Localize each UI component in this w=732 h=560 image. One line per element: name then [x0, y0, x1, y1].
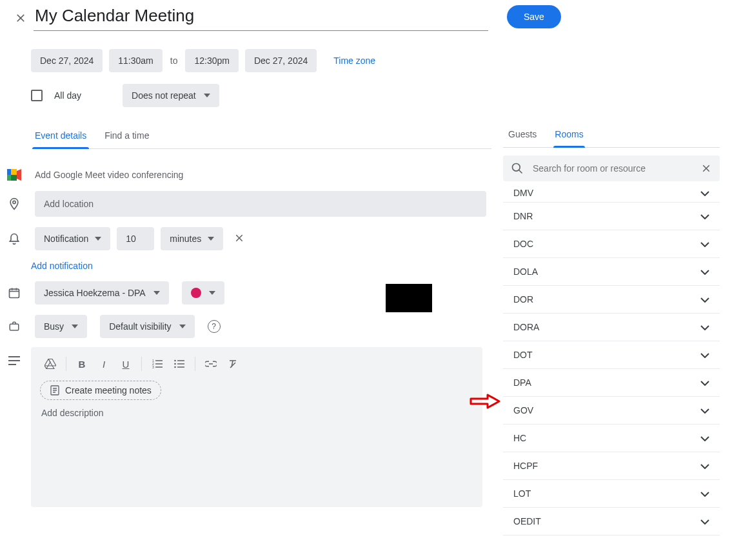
bold-button[interactable]: B [72, 354, 92, 374]
end-date-chip[interactable]: Dec 27, 2024 [245, 49, 317, 72]
search-icon [511, 162, 524, 175]
chevron-down-icon [700, 322, 709, 332]
create-meeting-notes-button[interactable]: Create meeting notes [40, 381, 161, 400]
notification-type-dropdown[interactable]: Notification [35, 227, 110, 250]
add-notification-button[interactable]: Add notification [31, 255, 491, 276]
event-color-dropdown[interactable] [182, 281, 224, 305]
room-group-label: DOR [513, 294, 533, 305]
chevron-down-icon [700, 516, 709, 526]
room-group-label: DOLA [513, 266, 538, 277]
bulleted-list-button[interactable] [169, 354, 190, 374]
chevron-down-icon [700, 294, 709, 305]
chevron-down-icon [700, 350, 709, 360]
event-title-input[interactable] [34, 5, 488, 26]
timezone-link[interactable]: Time zone [330, 55, 379, 66]
underline-button[interactable]: U [115, 354, 136, 374]
visibility-dropdown[interactable]: Default visibility [100, 315, 194, 338]
add-google-meet-button[interactable]: Add Google Meet video conferencing [35, 170, 183, 180]
notification-value-input[interactable]: 10 [117, 227, 154, 250]
tab-rooms[interactable]: Rooms [555, 129, 583, 147]
room-group-label: DPA [513, 377, 531, 388]
bullet-list-icon [174, 359, 184, 368]
chevron-down-icon [700, 188, 709, 198]
notification-type-label: Notification [44, 234, 88, 244]
notes-icon [50, 385, 60, 395]
room-group-label: DORA [513, 322, 539, 332]
to-label: to [169, 55, 179, 66]
room-group-item[interactable]: HC [503, 425, 720, 452]
toolbar-divider [66, 357, 66, 371]
chevron-down-icon [179, 325, 186, 328]
availability-dropdown[interactable]: Busy [35, 315, 87, 338]
chevron-down-icon [700, 488, 709, 499]
room-group-item[interactable]: DOC [503, 230, 720, 258]
svg-point-10 [174, 360, 176, 362]
room-group-item[interactable]: DORA [503, 314, 720, 341]
svg-rect-0 [7, 169, 11, 175]
chevron-down-icon [208, 237, 214, 241]
briefcase-icon [6, 321, 22, 332]
svg-rect-5 [10, 289, 19, 297]
svg-rect-6 [10, 324, 19, 330]
room-group-item[interactable]: DOT [503, 341, 720, 369]
calendar-icon [6, 286, 22, 299]
recurrence-dropdown[interactable]: Does not repeat [123, 84, 219, 107]
svg-rect-3 [11, 175, 17, 181]
clear-format-icon [228, 359, 238, 369]
room-group-label: HCPF [513, 461, 538, 471]
toolbar-divider [141, 357, 142, 371]
room-group-label: OEDIT [513, 516, 541, 526]
svg-point-11 [174, 363, 176, 365]
room-group-label: LOT [513, 488, 531, 499]
close-button[interactable] [8, 5, 34, 31]
tab-event-details[interactable]: Event details [35, 130, 86, 148]
room-group-label: HC [513, 433, 526, 443]
description-input[interactable]: Add description [31, 400, 482, 426]
chevron-down-icon [72, 325, 78, 328]
ordered-list-icon: 123 [152, 359, 163, 368]
room-group-label: DMV [513, 188, 533, 198]
tab-find-a-time[interactable]: Find a time [104, 130, 149, 148]
svg-rect-2 [11, 169, 17, 175]
close-icon [14, 12, 27, 25]
end-time-chip[interactable]: 12:30pm [185, 49, 238, 72]
room-group-item[interactable]: DNR [503, 203, 720, 230]
save-button[interactable]: Save [507, 5, 561, 28]
chevron-down-icon [700, 266, 709, 277]
drive-icon [45, 359, 56, 369]
room-group-item[interactable]: OEDIT [503, 508, 720, 535]
visibility-help-button[interactable]: ? [208, 320, 221, 333]
calendar-owner-dropdown[interactable]: Jessica Hoekzema - DPA [35, 281, 169, 305]
room-group-item[interactable]: DMV [503, 184, 720, 203]
room-group-item[interactable]: DOLA [503, 258, 720, 286]
numbered-list-button[interactable]: 123 [147, 354, 168, 374]
notification-icon [6, 232, 22, 246]
location-input[interactable]: Add location [35, 191, 486, 217]
room-group-item[interactable]: DPA [503, 369, 720, 397]
clear-formatting-button[interactable] [223, 354, 243, 374]
chevron-down-icon [700, 239, 709, 249]
chevron-down-icon [153, 291, 160, 295]
insert-link-button[interactable] [201, 354, 221, 374]
clear-search-button[interactable] [700, 163, 712, 174]
room-group-item[interactable]: LOT [503, 480, 720, 508]
room-group-item[interactable]: HCPF [503, 452, 720, 480]
location-icon [6, 197, 22, 211]
remove-notification-button[interactable] [230, 228, 249, 250]
attach-drive-button[interactable] [40, 354, 61, 374]
notification-unit-dropdown[interactable]: minutes [161, 227, 223, 250]
chevron-down-icon [209, 291, 215, 295]
recurrence-label: Does not repeat [132, 90, 196, 101]
tab-guests[interactable]: Guests [508, 129, 537, 147]
start-date-chip[interactable]: Dec 27, 2024 [31, 49, 103, 72]
room-search-input[interactable] [531, 163, 693, 174]
start-time-chip[interactable]: 11:30am [109, 49, 162, 72]
room-search-box[interactable] [503, 155, 720, 181]
room-group-item[interactable]: DOR [503, 286, 720, 314]
room-group-item[interactable]: GOV [503, 397, 720, 425]
italic-button[interactable]: I [94, 354, 114, 374]
chevron-down-icon [95, 237, 101, 241]
svg-point-4 [13, 201, 15, 203]
allday-checkbox[interactable] [31, 90, 43, 101]
room-group-label: DOC [513, 239, 533, 249]
